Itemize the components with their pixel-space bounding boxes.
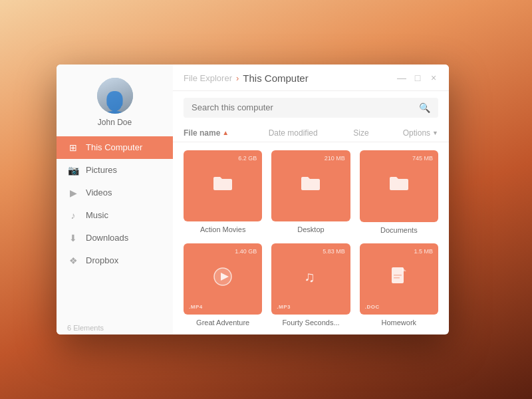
file-size-label: 6.2 GB [238, 155, 257, 162]
minimize-button[interactable]: — [397, 73, 406, 82]
file-name-label: Action Movies [200, 225, 245, 233]
this-computer-label: This Computer [86, 142, 142, 152]
col-header-size[interactable]: Size [353, 128, 396, 138]
close-button[interactable]: × [429, 73, 438, 82]
file-size-label: 5.83 MB [323, 248, 345, 255]
file-type-badge: .MP3 [277, 304, 291, 310]
app-window: 👤 John Doe ⊞This Computer📷Pictures▶Video… [57, 65, 449, 334]
main-panel: File Explorer › This Computer — □ × 🔍 Fi… [173, 65, 449, 334]
list-item[interactable]: 1.40 GB .MP4Great Adventure [184, 243, 262, 327]
title-bar: File Explorer › This Computer — □ × [173, 65, 449, 91]
svg-text:♫: ♫ [304, 269, 315, 285]
file-type-badge: .MP4 [189, 304, 203, 310]
videos-icon: ▶ [67, 188, 79, 198]
this-computer-icon: ⊞ [67, 142, 79, 153]
music-label: Music [86, 210, 108, 220]
breadcrumb-current: This Computer [243, 72, 308, 84]
video-icon [213, 267, 233, 291]
doc-icon [390, 267, 408, 291]
avatar: 👤 [97, 78, 133, 114]
elements-count: 6 Elements [57, 317, 173, 334]
svg-rect-5 [394, 277, 400, 279]
downloads-label: Downloads [86, 233, 128, 243]
list-item[interactable]: 5.83 MB ♫ .MP3Fourty Seconds... [271, 243, 350, 327]
dropbox-label: Dropbox [86, 255, 118, 265]
folder-icon [388, 174, 410, 198]
sidebar-item-this-computer[interactable]: ⊞This Computer [57, 136, 173, 159]
maximize-button[interactable]: □ [413, 73, 422, 82]
list-item[interactable]: 1.5 MB .DOCHomework [360, 243, 438, 327]
pictures-label: Pictures [86, 165, 117, 175]
list-item[interactable]: 745 MB Documents [360, 150, 438, 234]
search-bar: 🔍 [173, 91, 449, 124]
search-icon: 🔍 [419, 102, 430, 113]
pictures-icon: 📷 [67, 165, 79, 176]
folder-icon [212, 174, 233, 198]
sidebar: 👤 John Doe ⊞This Computer📷Pictures▶Video… [57, 65, 173, 334]
sidebar-item-pictures[interactable]: 📷Pictures [57, 159, 173, 182]
col-header-options[interactable]: Options ▼ [396, 128, 438, 138]
file-name-label: Great Adventure [196, 319, 249, 327]
sidebar-item-music[interactable]: ♪Music [57, 204, 173, 227]
search-input-wrap[interactable]: 🔍 [184, 98, 438, 118]
col-header-date[interactable]: Date modified [269, 128, 354, 138]
svg-rect-4 [394, 275, 402, 276]
user-section: 👤 John Doe [57, 78, 173, 136]
dropbox-icon: ❖ [67, 255, 79, 266]
breadcrumb-separator: › [236, 73, 239, 83]
user-name: John Doe [98, 118, 132, 127]
nav-items: ⊞This Computer📷Pictures▶Videos♪Music⬇Dow… [57, 136, 173, 317]
file-name-label: Documents [380, 226, 418, 234]
music-icon: ♪ [67, 210, 79, 221]
breadcrumb-parent: File Explorer [184, 73, 232, 83]
file-name-label: Desktop [297, 225, 324, 233]
column-headers: File name ▲ Date modified Size Options ▼ [173, 124, 449, 142]
file-name-label: Fourty Seconds... [282, 319, 339, 327]
music-icon: ♫ [301, 267, 320, 291]
file-name-label: Homework [382, 319, 417, 327]
folder-icon [300, 174, 321, 198]
sidebar-item-dropbox[interactable]: ❖Dropbox [57, 249, 173, 272]
file-size-label: 745 MB [412, 155, 433, 162]
sidebar-item-videos[interactable]: ▶Videos [57, 182, 173, 204]
file-size-label: 210 MB [325, 155, 345, 162]
videos-label: Videos [86, 188, 112, 198]
window-controls: — □ × [397, 73, 438, 82]
list-item[interactable]: 6.2 GB Action Movies [184, 150, 262, 234]
file-grid: 6.2 GB Action Movies210 MB Desktop745 MB… [173, 142, 449, 334]
downloads-icon: ⬇ [67, 233, 79, 243]
col-header-filename[interactable]: File name ▲ [184, 128, 269, 138]
file-size-label: 1.40 GB [235, 248, 257, 255]
options-chevron-icon: ▼ [432, 130, 438, 136]
breadcrumb: File Explorer › This Computer [184, 72, 397, 84]
sort-arrow-icon: ▲ [222, 129, 229, 136]
sidebar-item-downloads[interactable]: ⬇Downloads [57, 227, 173, 249]
file-type-badge: .DOC [365, 304, 380, 310]
list-item[interactable]: 210 MB Desktop [271, 150, 350, 234]
search-input[interactable] [192, 102, 414, 112]
file-size-label: 1.5 MB [414, 248, 433, 255]
